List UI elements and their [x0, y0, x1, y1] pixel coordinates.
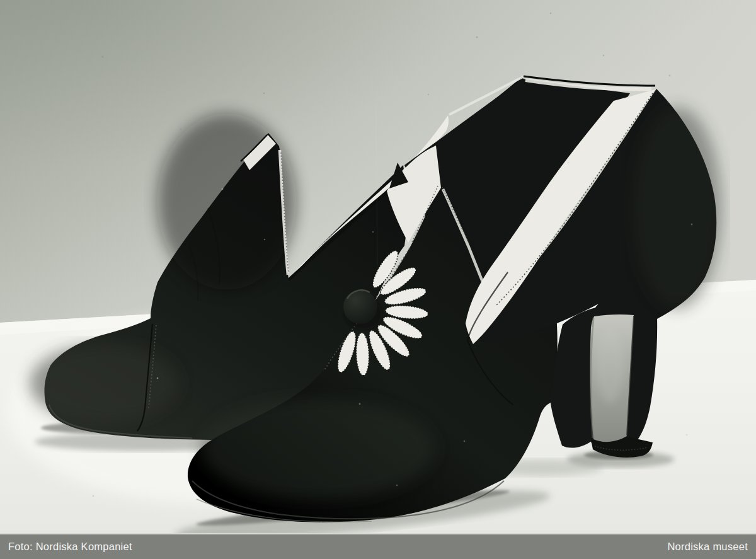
shoe-photograph — [0, 0, 756, 533]
heel-face-mottle — [596, 328, 624, 403]
covered-button — [343, 290, 377, 324]
photo-credit: Foto: Nordiska Kompaniet — [8, 541, 132, 553]
museum-credit: Nordiska museet — [667, 541, 748, 553]
left-shaft-shade — [158, 113, 296, 290]
right-toe-sheen — [202, 398, 435, 499]
archive-photo-page: Foto: Nordiska Kompaniet Nordiska museet — [0, 0, 756, 559]
right-back-sheen — [633, 107, 721, 309]
caption-bar: Foto: Nordiska Kompaniet Nordiska museet — [0, 533, 756, 559]
photo-canvas — [0, 0, 756, 533]
